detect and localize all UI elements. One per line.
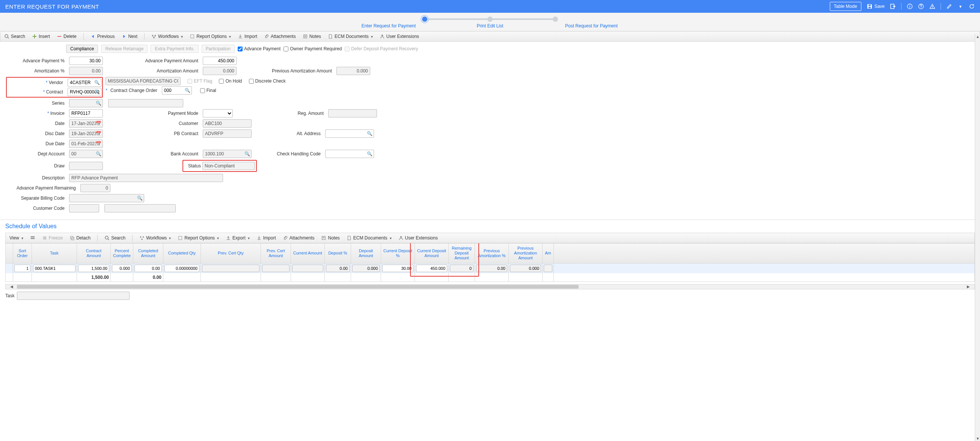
col-deposit-amount[interactable]: Deposit Amount: [351, 244, 381, 263]
col-cur-deposit-pct[interactable]: Current Deposit %: [381, 244, 415, 263]
title-bar: ENTER REQUEST FOR PAYMENT Table Mode Sav…: [0, 0, 980, 13]
view-button[interactable]: View▾: [10, 235, 23, 241]
format-button[interactable]: [30, 235, 35, 241]
search-icon[interactable]: 🔍: [137, 195, 143, 201]
exit-icon[interactable]: [890, 3, 896, 10]
ecm-documents-button[interactable]: ECM Documents▾: [328, 34, 373, 39]
final-check[interactable]: Final: [200, 88, 216, 93]
scroll-right-icon[interactable]: ▶: [966, 284, 971, 289]
col-task[interactable]: Task: [32, 244, 77, 263]
search-button[interactable]: Search: [4, 34, 25, 39]
edit-icon[interactable]: [946, 3, 952, 10]
col-completed-qty[interactable]: Completed Qty: [163, 244, 201, 263]
sov-import-button[interactable]: Import: [256, 235, 276, 241]
info-icon[interactable]: [907, 3, 913, 10]
scroll-left-icon[interactable]: ◀: [9, 284, 14, 289]
sov-attachments-button[interactable]: Attachments: [283, 235, 315, 241]
col-contract-amount[interactable]: Contract Amount: [77, 244, 111, 263]
user-extensions-button[interactable]: User Extensions: [380, 34, 419, 39]
report-options-button[interactable]: Report Options▾: [189, 34, 231, 39]
search-icon[interactable]: 🔍: [367, 131, 372, 136]
col-sort-order[interactable]: Sort Order: [13, 244, 32, 263]
alt-address-label: Alt. Address: [255, 131, 322, 136]
description-input[interactable]: [69, 174, 223, 182]
train-label-2[interactable]: Print Edit List: [452, 23, 528, 29]
calendar-icon[interactable]: 📅: [96, 121, 101, 126]
v-scrollbar[interactable]: ▲ ▼: [975, 34, 980, 302]
search-icon[interactable]: 🔍: [94, 80, 100, 85]
payment-mode-select[interactable]: [203, 109, 233, 117]
cell-completed-qty[interactable]: [164, 265, 199, 272]
search-icon[interactable]: 🔍: [96, 101, 101, 106]
next-button[interactable]: Next: [121, 34, 137, 39]
col-completed-amount[interactable]: Completed Amount: [133, 244, 163, 263]
cell-task[interactable]: [33, 265, 75, 272]
col-deposit-pct[interactable]: Deposit %: [325, 244, 351, 263]
notes-button[interactable]: Notes: [303, 34, 321, 39]
sov-export-button[interactable]: Export▾: [226, 235, 250, 241]
search-icon[interactable]: 🔍: [96, 151, 101, 157]
svg-point-19: [140, 236, 142, 238]
sov-search-button[interactable]: Search: [104, 235, 126, 241]
calendar-icon[interactable]: 📅: [96, 131, 101, 136]
sov-workflows-button[interactable]: Workflows▾: [139, 235, 171, 241]
discrete-check[interactable]: Discrete Check: [249, 78, 286, 84]
scroll-up-icon[interactable]: ▲: [975, 34, 980, 39]
col-cur-deposit-amount[interactable]: Current Deposit Amount: [415, 244, 449, 263]
cell-cur-deposit-pct[interactable]: [382, 265, 414, 272]
sov-report-options-button[interactable]: Report Options▾: [178, 235, 219, 241]
on-hold-check[interactable]: On Hold: [219, 78, 242, 84]
advance-payment-check[interactable]: Advance Payment: [238, 46, 280, 51]
search-icon[interactable]: 🔍: [245, 151, 250, 157]
cell-contract-amount[interactable]: [78, 265, 109, 272]
attachments-button[interactable]: Attachments: [264, 34, 296, 39]
col-current-amount[interactable]: Current Amount: [291, 244, 325, 263]
compliance-button[interactable]: Compliance: [66, 44, 98, 53]
save-button[interactable]: Save: [867, 3, 885, 10]
invoice-input[interactable]: [69, 109, 103, 117]
insert-button[interactable]: Insert: [32, 34, 50, 39]
sov-notes-button[interactable]: Notes: [321, 235, 339, 241]
col-prev-cert-amount[interactable]: Prev. Cert Amount: [261, 244, 291, 263]
owner-payment-check[interactable]: Owner Payment Required: [283, 46, 342, 51]
help-icon[interactable]: [918, 3, 924, 10]
adv-pay-amt-input[interactable]: [203, 57, 237, 65]
train-node-2[interactable]: [487, 16, 493, 22]
dropdown-icon[interactable]: ▼: [958, 3, 964, 10]
calendar-icon[interactable]: 📅: [96, 141, 101, 146]
col-prev-amort-pct[interactable]: Previous Amortization %: [475, 244, 509, 263]
search-icon[interactable]: 🔍: [367, 151, 372, 157]
import-button[interactable]: Import: [238, 34, 257, 39]
search-icon[interactable]: 🔍: [94, 89, 100, 95]
cell-cur-deposit-amount[interactable]: [416, 265, 447, 272]
search-icon[interactable]: 🔍: [185, 88, 190, 93]
warning-icon[interactable]: [929, 3, 935, 10]
col-prev-amort-amount[interactable]: Previous Amortization Amount: [509, 244, 542, 263]
col-percent-complete[interactable]: Percent Complete: [111, 244, 133, 263]
col-prev-cert-qty[interactable]: Prev. Cert Qty: [201, 244, 261, 263]
previous-button[interactable]: Previous: [91, 34, 115, 39]
cell-sort-order[interactable]: [14, 265, 30, 272]
sov-ecm-button[interactable]: ECM Documents▾: [347, 235, 391, 241]
train-label-3[interactable]: Post Request for Payment: [554, 23, 629, 29]
col-remaining-deposit[interactable]: Remaining Deposit Amount: [449, 244, 475, 263]
train-node-1[interactable]: [422, 16, 427, 22]
delete-button[interactable]: Delete: [57, 34, 76, 39]
grid-row[interactable]: [5, 263, 975, 273]
sov-user-ext-button[interactable]: User Extensions: [398, 235, 438, 241]
dept-account-label: Dept Account: [6, 151, 66, 157]
detach-button[interactable]: Detach: [70, 235, 91, 241]
h-scrollbar[interactable]: ◀ ▶: [5, 284, 975, 289]
train-label-1[interactable]: Enter Request for Payment: [351, 23, 426, 29]
table-mode-button[interactable]: Table Mode: [830, 2, 861, 11]
adv-pay-pct-input[interactable]: [69, 57, 103, 65]
scroll-thumb[interactable]: [17, 285, 579, 289]
cell-pct-complete[interactable]: [112, 265, 132, 272]
pb-contract-label: PB Contract: [106, 131, 200, 136]
col-am[interactable]: Am: [542, 244, 554, 263]
sep-billing-input[interactable]: [69, 194, 144, 202]
workflows-button[interactable]: Workflows▾: [151, 34, 183, 39]
train-node-3[interactable]: [553, 16, 558, 22]
refresh-icon[interactable]: [969, 3, 975, 10]
cell-completed-amount[interactable]: [134, 265, 162, 272]
